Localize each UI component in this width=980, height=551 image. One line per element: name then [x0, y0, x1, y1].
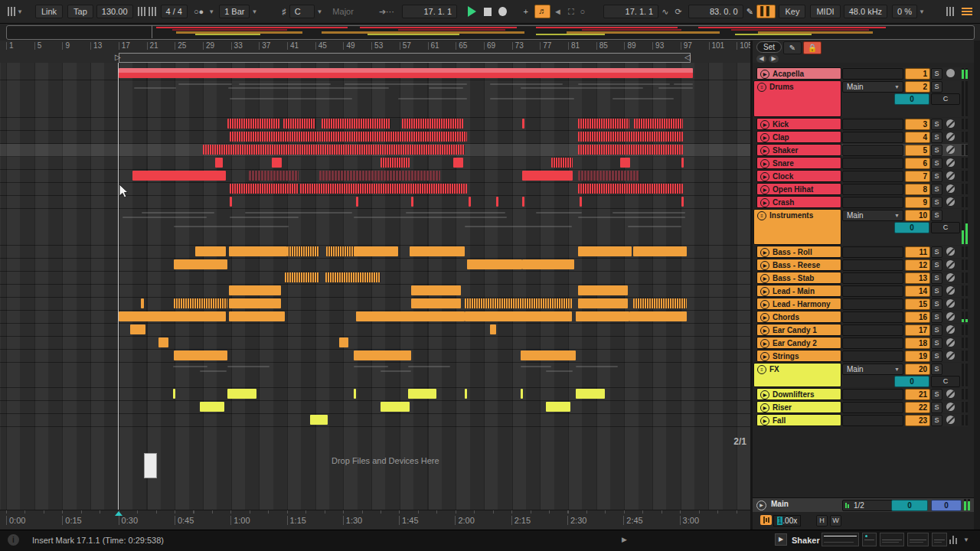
- punch-curve-icon[interactable]: ∿: [658, 5, 671, 18]
- arm-button[interactable]: [946, 69, 955, 77]
- io-chevron-icon[interactable]: ▼: [894, 210, 900, 220]
- track-name-cell[interactable]: ▶Shaker: [756, 144, 841, 156]
- next-marker-button[interactable]: ▶: [769, 55, 779, 63]
- clip[interactable]: [310, 415, 328, 425]
- track-number-box[interactable]: 6: [905, 158, 930, 169]
- clip[interactable]: [681, 158, 684, 168]
- solo-button[interactable]: S: [931, 389, 942, 400]
- solo-button[interactable]: S: [931, 132, 942, 143]
- solo-button[interactable]: S: [931, 119, 942, 130]
- track-play-icon[interactable]: ▶: [760, 352, 769, 361]
- track-name-cell[interactable]: ▶Crash: [756, 196, 841, 208]
- track-name-cell[interactable]: ▶Strings: [756, 350, 841, 362]
- clip[interactable]: [158, 337, 168, 347]
- main-play-icon[interactable]: ▶: [756, 500, 766, 510]
- track-name-cell[interactable]: ▶Ear Candy 1: [756, 324, 841, 336]
- info-icon[interactable]: i: [8, 534, 19, 546]
- track-io-box[interactable]: [842, 145, 903, 156]
- io-chevron-icon[interactable]: ▼: [894, 82, 900, 92]
- track-header[interactable]: ▶Snare6S: [753, 157, 974, 170]
- track-number-box[interactable]: 22: [905, 402, 930, 413]
- clip[interactable]: [173, 389, 175, 399]
- device-thumbnail[interactable]: [862, 533, 877, 546]
- quantize-menu[interactable]: 1 Bar: [219, 5, 250, 18]
- clip[interactable]: [465, 311, 572, 321]
- solo-button[interactable]: S: [931, 415, 942, 426]
- track-io-box[interactable]: [842, 285, 903, 297]
- solo-button[interactable]: S: [931, 171, 942, 182]
- arm-button[interactable]: [946, 145, 955, 154]
- track-play-icon[interactable]: ▶: [760, 70, 769, 79]
- clip[interactable]: [229, 285, 281, 295]
- clip[interactable]: [119, 68, 693, 78]
- chevron-down-icon[interactable]: ▼: [15, 8, 24, 15]
- loop-circle-icon[interactable]: ○: [577, 5, 589, 18]
- time-signature-field[interactable]: 4 / 4: [161, 5, 188, 18]
- track-name-cell[interactable]: ≡Instruments: [753, 209, 841, 245]
- track-header[interactable]: ▶Chords16S: [753, 311, 974, 324]
- solo-button[interactable]: S: [931, 246, 942, 258]
- group-crossfade-value[interactable]: 0: [894, 222, 929, 233]
- clip[interactable]: [174, 298, 227, 308]
- device-thumbnail[interactable]: [822, 533, 859, 546]
- solo-button[interactable]: S: [931, 197, 942, 208]
- track-number-box[interactable]: 7: [905, 171, 930, 182]
- track-io-menu[interactable]: Main▼: [842, 210, 903, 221]
- clip[interactable]: [633, 246, 687, 256]
- track-number-box[interactable]: 18: [905, 337, 930, 349]
- new-button[interactable]: +: [521, 5, 531, 18]
- track-play-icon[interactable]: ▶: [760, 185, 769, 194]
- metronome-chevron-icon[interactable]: ▼: [207, 8, 216, 15]
- clip[interactable]: [174, 259, 227, 269]
- clip[interactable]: [521, 350, 576, 360]
- main-track-name[interactable]: Main: [771, 500, 789, 508]
- clip[interactable]: [521, 389, 523, 399]
- track-play-icon[interactable]: ▶: [760, 248, 769, 257]
- track-number-box[interactable]: 15: [905, 298, 930, 310]
- clip[interactable]: [229, 298, 281, 308]
- solo-button[interactable]: S: [931, 81, 942, 93]
- arrangement-area[interactable]: Drop Files and Devices Here: [0, 63, 750, 510]
- track-number-box[interactable]: 19: [905, 350, 930, 362]
- arm-button[interactable]: [946, 158, 955, 167]
- clip[interactable]: [354, 389, 356, 399]
- track-header[interactable]: ≡InstrumentsMain▼10S0C: [753, 209, 974, 246]
- track-io-box[interactable]: [842, 68, 903, 80]
- track-name-cell[interactable]: ▶Kick: [756, 118, 841, 130]
- clip[interactable]: [230, 132, 467, 142]
- arrangement-track-row[interactable]: [0, 183, 750, 196]
- clip[interactable]: [230, 184, 299, 194]
- arrangement-track-row[interactable]: [0, 311, 750, 324]
- clip[interactable]: [490, 324, 496, 334]
- track-io-menu[interactable]: Main▼: [842, 81, 903, 93]
- arrangement-track-row[interactable]: [0, 363, 750, 388]
- clip[interactable]: [227, 119, 279, 129]
- arrangement-position-field[interactable]: 17. 1. 1: [402, 5, 457, 18]
- metronome-sync-icon[interactable]: [149, 7, 156, 16]
- clip[interactable]: [200, 402, 224, 412]
- track-io-box[interactable]: [842, 272, 903, 284]
- arrangement-track-row[interactable]: [0, 259, 750, 272]
- group-crossfade-assign[interactable]: C: [931, 376, 960, 387]
- solo-button[interactable]: S: [931, 158, 942, 169]
- mini-play-icon[interactable]: ▶: [622, 536, 627, 543]
- track-number-box[interactable]: 23: [905, 415, 930, 426]
- track-number-box[interactable]: 12: [905, 259, 930, 271]
- midi-map-button[interactable]: MIDI: [810, 5, 840, 18]
- clip[interactable]: [411, 298, 461, 308]
- solo-button[interactable]: S: [931, 272, 942, 284]
- clip[interactable]: [119, 311, 226, 321]
- clip[interactable]: [578, 119, 629, 129]
- track-number-box[interactable]: 13: [905, 272, 930, 284]
- track-io-box[interactable]: [842, 184, 903, 195]
- arm-button[interactable]: [946, 197, 955, 206]
- clip[interactable]: [354, 246, 398, 256]
- clip[interactable]: [408, 389, 436, 399]
- solo-button[interactable]: S: [931, 184, 942, 195]
- device-thumbnail[interactable]: [880, 533, 904, 546]
- stop-button[interactable]: [484, 8, 492, 16]
- track-name-cell[interactable]: ▶Bass - Roll: [756, 246, 841, 258]
- track-io-box[interactable]: [842, 389, 903, 400]
- clip[interactable]: [546, 402, 570, 412]
- clip[interactable]: [229, 311, 285, 321]
